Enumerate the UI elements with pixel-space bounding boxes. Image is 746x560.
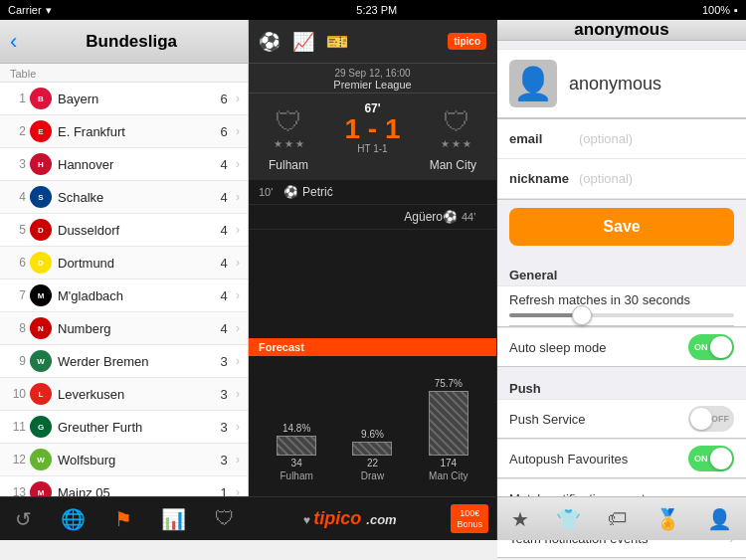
tag-nav-icon[interactable]: 🏷 <box>608 507 628 530</box>
shirt-nav-icon[interactable]: 👕 <box>556 507 581 531</box>
autopush-toggle[interactable]: ON <box>688 446 734 471</box>
row-chevron: › <box>236 124 240 138</box>
score-left: 1 <box>344 113 360 144</box>
bonus-badge: 100€ Bonus <box>451 504 488 534</box>
away-stars: ★ ★ ★ <box>441 138 471 149</box>
team-points: 4 <box>216 256 232 271</box>
team-name: Numberg <box>58 321 216 336</box>
refresh-label: Refresh matches in 30 seconds <box>509 292 690 307</box>
ball-icon[interactable]: ⚽ <box>259 31 280 53</box>
table-label: Table <box>0 64 248 83</box>
match-panel: ⚽ 📈 🎫 tipico 29 Sep 12, 16:00 Premier Le… <box>249 20 497 540</box>
email-input[interactable]: (optional) <box>579 131 734 146</box>
team-points: 4 <box>216 223 232 238</box>
team-points: 4 <box>216 288 232 303</box>
auto-sleep-toggle[interactable]: ON <box>688 334 734 360</box>
table-row[interactable]: 3 H Hannover 4 › <box>0 148 248 181</box>
score-center: 67' 1 - 1 HT 1-1 <box>344 101 400 154</box>
save-button[interactable]: Save <box>509 208 734 246</box>
table-row[interactable]: 8 N Numberg 4 › <box>0 312 248 345</box>
league-table-panel: ‹ Bundesliga Table 1 B Bayern 6 › 2 E E.… <box>0 20 249 540</box>
star-nav-icon[interactable]: ★ <box>511 507 529 531</box>
row-chevron: › <box>236 321 240 335</box>
bar-count: 34 <box>291 458 302 468</box>
table-row[interactable]: 6 D Dortmund 4 › <box>0 247 248 280</box>
team-logo: D <box>30 252 52 274</box>
person-nav-icon[interactable]: 👤 <box>707 507 732 531</box>
bonus-label: Bonus <box>457 519 482 530</box>
table-row[interactable]: 11 G Greuther Furth 3 › <box>0 411 248 444</box>
team-rank: 8 <box>8 321 26 335</box>
auto-sleep-row: Auto sleep mode ON <box>497 327 746 367</box>
status-left: Carrier ▾ <box>8 4 52 17</box>
table-row[interactable]: 2 E E. Frankfurt 6 › <box>0 115 248 148</box>
team-logo: L <box>30 383 52 405</box>
row-chevron: › <box>236 190 240 204</box>
medal-nav-icon[interactable]: 🏅 <box>655 507 680 531</box>
carrier-label: Carrier <box>8 4 42 16</box>
general-header: General <box>497 262 746 285</box>
team-rank: 7 <box>8 288 26 302</box>
row-chevron: › <box>236 387 240 401</box>
row-chevron: › <box>236 420 240 434</box>
bars-container: 14.8% 34 Fulham 9.6% 22 Draw 75.7% 174 M… <box>259 402 486 481</box>
stats-nav-icon[interactable]: 📊 <box>161 507 186 531</box>
home-team-name: Fulham <box>269 158 308 172</box>
slider-thumb[interactable] <box>572 305 592 325</box>
table-row[interactable]: 9 W Werder Bremen 3 › <box>0 345 248 378</box>
team-points: 6 <box>216 124 232 139</box>
push-service-toggle[interactable]: OFF <box>688 406 734 432</box>
battery-label: 100% <box>702 4 730 16</box>
table-row[interactable]: 7 M M'gladbach 4 › <box>0 280 248 312</box>
toggle-knob <box>710 336 732 358</box>
right-bottom-nav: ★ 👕 🏷 🏅 👤 <box>497 496 746 540</box>
nickname-input[interactable]: (optional) <box>579 171 734 186</box>
table-row[interactable]: 12 W Wolfsburg 3 › <box>0 444 248 476</box>
bar-team-label: Fulham <box>280 470 312 481</box>
forecast-label: Forecast <box>249 338 496 356</box>
push-service-toggle-label: OFF <box>711 414 729 424</box>
back-button[interactable]: ‹ <box>10 29 17 55</box>
row-chevron: › <box>236 354 240 368</box>
avatar-box: 👤 <box>509 60 557 107</box>
row-chevron: › <box>236 223 240 237</box>
halftime-score: HT 1-1 <box>357 143 387 154</box>
table-row[interactable]: 10 L Leverkusen 3 › <box>0 378 248 411</box>
avatar-icon: 👤 <box>513 65 553 102</box>
shield-nav-icon[interactable]: 🛡 <box>215 507 235 530</box>
table-row[interactable]: 4 S Schalke 4 › <box>0 181 248 214</box>
time-label: 5:23 PM <box>356 4 397 16</box>
home-team-shield: 🛡 ★ ★ ★ <box>269 105 308 150</box>
away-team-shield: 🛡 ★ ★ ★ <box>437 105 476 150</box>
bar-count: 22 <box>367 458 378 468</box>
shield-left-icon: 🛡 <box>275 105 302 138</box>
left-bottom-nav: ↺ 🌐 ⚑ 📊 🛡 <box>0 496 249 540</box>
forecast-chart: 14.8% 34 Fulham 9.6% 22 Draw 75.7% 174 M… <box>249 356 496 496</box>
event-time-1: 10' <box>259 186 283 198</box>
table-row[interactable]: 1 B Bayern 6 › <box>0 83 248 115</box>
refresh-nav-icon[interactable]: ↺ <box>15 507 32 531</box>
username-display: anonymous <box>569 74 661 94</box>
score-right: 1 <box>385 113 401 144</box>
flag-nav-icon[interactable]: ⚑ <box>114 507 132 531</box>
team-name: E. Frankfurt <box>58 124 216 139</box>
team-rank: 3 <box>8 157 26 171</box>
bar-count: 174 <box>440 458 457 468</box>
right-header: anonymous <box>497 20 746 41</box>
globe-nav-icon[interactable]: 🌐 <box>61 507 86 531</box>
team-rank: 11 <box>8 420 26 434</box>
team-rank: 6 <box>8 256 26 270</box>
right-title: anonymous <box>574 20 668 40</box>
team-points: 4 <box>216 321 232 336</box>
ticket-icon[interactable]: 🎫 <box>326 31 348 53</box>
slider-track[interactable] <box>509 313 734 317</box>
push-service-row: Push Service OFF <box>497 399 746 439</box>
team-name: Hannover <box>58 157 216 172</box>
team-logo: G <box>30 416 52 438</box>
table-row[interactable]: 5 D Dusseldorf 4 › <box>0 214 248 247</box>
chart-icon[interactable]: 📈 <box>292 31 314 53</box>
status-right: 100% ▪ <box>702 4 738 16</box>
team-points: 3 <box>216 354 232 369</box>
league-table: 1 B Bayern 6 › 2 E E. Frankfurt 6 › 3 H … <box>0 83 248 540</box>
team-logo: B <box>30 88 52 109</box>
